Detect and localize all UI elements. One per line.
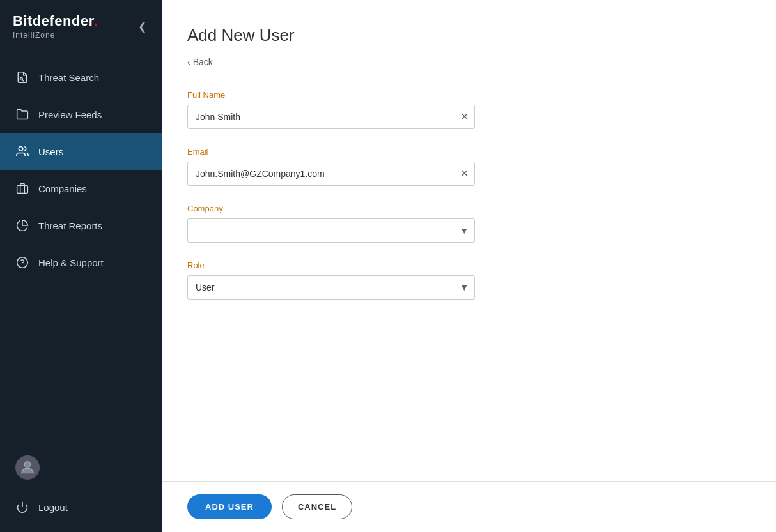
full-name-input[interactable]	[187, 105, 475, 129]
app-logo: Bitdefender.	[13, 13, 98, 29]
sidebar-bottom: Logout	[0, 446, 162, 532]
logout-label: Logout	[38, 502, 68, 513]
svg-point-2	[19, 147, 23, 151]
users-icon	[15, 144, 29, 158]
svg-rect-3	[17, 186, 28, 194]
company-label: Company	[187, 204, 475, 213]
sidebar-item-label: Threat Search	[38, 72, 99, 83]
avatar	[15, 455, 40, 480]
back-link[interactable]: ‹ Back	[187, 57, 744, 67]
sidebar-collapse-button[interactable]: ❮	[136, 18, 149, 35]
email-clear-button[interactable]: ✕	[460, 169, 469, 179]
email-label: Email	[187, 147, 475, 156]
role-label: Role	[187, 261, 475, 270]
company-select[interactable]: GZCompany1 Other	[187, 218, 475, 243]
sidebar-item-help-support[interactable]: Help & Support	[0, 244, 162, 281]
add-user-button[interactable]: ADD USER	[187, 494, 272, 519]
svg-point-6	[24, 462, 30, 467]
role-select[interactable]: User Admin Viewer	[187, 275, 475, 300]
role-select-wrapper: User Admin Viewer ▼	[187, 275, 475, 300]
sidebar-item-label: Users	[38, 146, 63, 157]
sidebar-item-users[interactable]: Users	[0, 133, 162, 170]
sidebar-logo: Bitdefender. IntelliZone ❮	[0, 0, 162, 46]
email-group: Email ✕	[187, 147, 475, 186]
page-title: Add New User	[187, 26, 744, 45]
full-name-clear-button[interactable]: ✕	[460, 112, 469, 122]
sidebar-item-label: Companies	[38, 183, 87, 194]
user-avatar-area	[0, 446, 162, 489]
company-group: Company GZCompany1 Other ▼	[187, 204, 475, 243]
back-label: Back	[193, 57, 213, 67]
logout-button[interactable]: Logout	[0, 489, 162, 526]
main-content: Add New User ‹ Back Full Name ✕ Email ✕ …	[162, 0, 776, 481]
sidebar-item-companies[interactable]: Companies	[0, 170, 162, 207]
file-search-icon	[15, 70, 29, 84]
sidebar-item-preview-feeds[interactable]: Preview Feeds	[0, 96, 162, 133]
sidebar-item-threat-reports[interactable]: Threat Reports	[0, 207, 162, 244]
email-input[interactable]	[187, 162, 475, 186]
sidebar: Bitdefender. IntelliZone ❮ Threat Search	[0, 0, 162, 532]
briefcase-icon	[15, 181, 29, 195]
folder-icon	[15, 107, 29, 121]
cancel-button[interactable]: CANCEL	[282, 494, 352, 519]
main-panel: Add New User ‹ Back Full Name ✕ Email ✕ …	[162, 0, 776, 532]
chevron-left-icon: ‹	[187, 57, 190, 67]
full-name-input-wrapper: ✕	[187, 105, 475, 129]
sidebar-item-threat-search[interactable]: Threat Search	[0, 59, 162, 96]
svg-point-4	[17, 257, 28, 268]
help-circle-icon	[15, 255, 29, 270]
pie-chart-icon	[15, 218, 29, 232]
sidebar-nav: Threat Search Preview Feeds Users	[0, 59, 162, 446]
sidebar-item-label: Help & Support	[38, 257, 104, 268]
company-select-wrapper: GZCompany1 Other ▼	[187, 218, 475, 243]
sidebar-item-label: Threat Reports	[38, 220, 102, 231]
app-subtitle: IntelliZone	[13, 31, 98, 40]
role-group: Role User Admin Viewer ▼	[187, 261, 475, 300]
full-name-label: Full Name	[187, 90, 475, 100]
form-footer: ADD USER CANCEL	[162, 481, 776, 532]
full-name-group: Full Name ✕	[187, 90, 475, 129]
svg-point-0	[20, 77, 22, 80]
email-input-wrapper: ✕	[187, 162, 475, 186]
svg-line-1	[22, 80, 24, 81]
sidebar-item-label: Preview Feeds	[38, 109, 102, 120]
power-icon	[15, 500, 29, 514]
